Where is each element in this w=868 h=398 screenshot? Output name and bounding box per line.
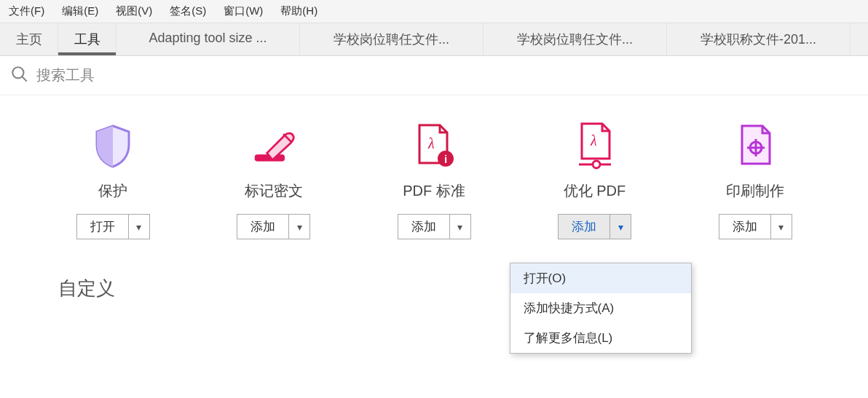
caret-down-icon: ▾ [136, 221, 141, 233]
tool-redact: 标记密文 添加 ▾ [205, 124, 343, 239]
caret-down-icon: ▾ [618, 221, 623, 233]
tools-row: 保护 打开 ▾ 标记密文 添加 ▾ [0, 95, 868, 239]
optimize-dropdown-menu: 打开(O) 添加快捷方式(A) 了解更多信息(L) [510, 263, 692, 354]
svg-point-8 [593, 161, 600, 168]
menu-bar: 文件(F) 编辑(E) 视图(V) 签名(S) 窗口(W) 帮助(H) [0, 0, 868, 23]
caret-down-icon: ▾ [778, 221, 784, 233]
menu-sign[interactable]: 签名(S) [165, 3, 210, 20]
tool-protect: 保护 打开 ▾ [44, 124, 182, 239]
tool-pdfstandard: λ i PDF 标准 添加 ▾ [365, 124, 503, 239]
redact-dropdown-arrow[interactable]: ▾ [289, 215, 309, 239]
print-dropdown-arrow[interactable]: ▾ [771, 215, 792, 239]
tool-print: 印刷制作 添加 ▾ [686, 124, 824, 239]
tab-doc-2[interactable]: 学校岗位聘任文件... [484, 23, 667, 55]
pdf-optimize-icon: λ [573, 124, 617, 168]
optimize-add-button[interactable]: 添加 [559, 215, 610, 239]
tab-tools[interactable]: 工具 [58, 23, 117, 55]
tool-optimize: λ 优化 PDF 添加 ▾ 打开(O) 添加快捷方式(A) 了解更多信息(L) [526, 124, 664, 239]
menu-view[interactable]: 视图(V) [111, 3, 157, 20]
print-production-icon [733, 124, 777, 168]
tool-label: 印刷制作 [726, 181, 784, 201]
menu-edit[interactable]: 编辑(E) [58, 3, 103, 20]
caret-down-icon: ▾ [457, 221, 462, 233]
protect-split-button: 打开 ▾ [76, 214, 150, 239]
pdfstd-split-button: 添加 ▾ [398, 214, 471, 239]
dropdown-item-open[interactable]: 打开(O) [510, 263, 691, 293]
redact-split-button: 添加 ▾ [237, 214, 310, 239]
print-split-button: 添加 ▾ [719, 214, 792, 239]
protect-open-button[interactable]: 打开 [77, 215, 129, 239]
svg-text:λ: λ [590, 132, 597, 148]
optimize-split-button: 添加 ▾ [558, 214, 631, 239]
tool-label: 优化 PDF [564, 181, 626, 201]
tab-doc-1[interactable]: 学校岗位聘任文件... [300, 23, 484, 55]
tab-doc-3[interactable]: 学校职称文件-201... [667, 23, 851, 55]
svg-text:i: i [444, 153, 447, 165]
pdfstd-add-button[interactable]: 添加 [398, 215, 450, 239]
tab-bar: 主页 工具 Adapting tool size ... 学校岗位聘任文件...… [0, 23, 868, 56]
tool-label: PDF 标准 [403, 181, 465, 201]
search-icon [10, 65, 29, 86]
optimize-dropdown-arrow[interactable]: ▾ [610, 215, 631, 239]
caret-down-icon: ▾ [297, 221, 302, 233]
pdfstd-dropdown-arrow[interactable]: ▾ [450, 215, 470, 239]
redact-add-button[interactable]: 添加 [237, 215, 289, 239]
search-row [0, 56, 868, 95]
tab-doc-0[interactable]: Adapting tool size ... [117, 23, 300, 55]
dropdown-item-shortcut[interactable]: 添加快捷方式(A) [510, 293, 691, 323]
tool-label: 保护 [98, 181, 127, 201]
print-add-button[interactable]: 添加 [719, 215, 771, 239]
dropdown-item-more[interactable]: 了解更多信息(L) [510, 323, 691, 353]
menu-window[interactable]: 窗口(W) [219, 3, 267, 20]
svg-line-1 [22, 76, 27, 81]
tool-label: 标记密文 [245, 181, 303, 201]
protect-dropdown-arrow[interactable]: ▾ [129, 215, 149, 239]
menu-help[interactable]: 帮助(H) [276, 3, 322, 20]
shield-icon [91, 124, 135, 168]
svg-text:λ: λ [427, 135, 435, 151]
svg-point-0 [12, 67, 23, 78]
search-input[interactable] [36, 67, 328, 84]
tab-home[interactable]: 主页 [0, 23, 58, 55]
redact-icon [252, 124, 296, 168]
custom-section-heading: 自定义 [0, 239, 868, 301]
pdf-info-icon: λ i [412, 124, 456, 168]
menu-file[interactable]: 文件(F) [4, 3, 49, 20]
